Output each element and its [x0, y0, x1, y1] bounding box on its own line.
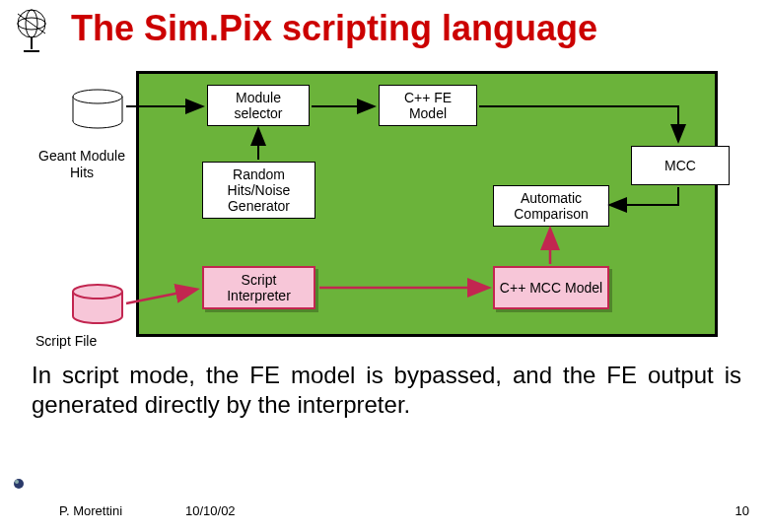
svg-point-24	[15, 480, 19, 484]
mcc-box: MCC	[631, 146, 730, 185]
geant-hits-cylinder-icon	[71, 89, 124, 130]
script-file-cylinder-icon	[71, 284, 124, 325]
script-file-label: Script File	[35, 333, 97, 349]
footer-page-number: 10	[735, 503, 749, 518]
slide-title: The Sim.Pix scripting language	[71, 8, 597, 49]
footer-date: 10/10/02	[185, 503, 236, 518]
svg-point-15	[73, 285, 122, 299]
geant-hits-label: Geant Module Hits	[28, 148, 136, 181]
svg-point-10	[73, 90, 122, 103]
svg-point-23	[14, 479, 24, 489]
svg-line-3	[18, 14, 45, 33]
footer-author: P. Morettini	[59, 503, 122, 518]
slide-body-text: In script mode, the FE model is bypassed…	[32, 361, 741, 420]
module-selector-box: Module selector	[207, 85, 310, 126]
armillary-logo-icon	[12, 6, 51, 55]
cpp-mcc-model-box: C++ MCC Model	[493, 266, 609, 309]
automatic-comparison-box: Automatic Comparison	[493, 185, 609, 227]
script-interpreter-box: Script Interpreter	[202, 266, 315, 309]
bullet-icon	[12, 477, 26, 491]
random-generator-box: Random Hits/Noise Generator	[202, 162, 315, 219]
cpp-fe-model-box: C++ FE Model	[379, 85, 477, 126]
